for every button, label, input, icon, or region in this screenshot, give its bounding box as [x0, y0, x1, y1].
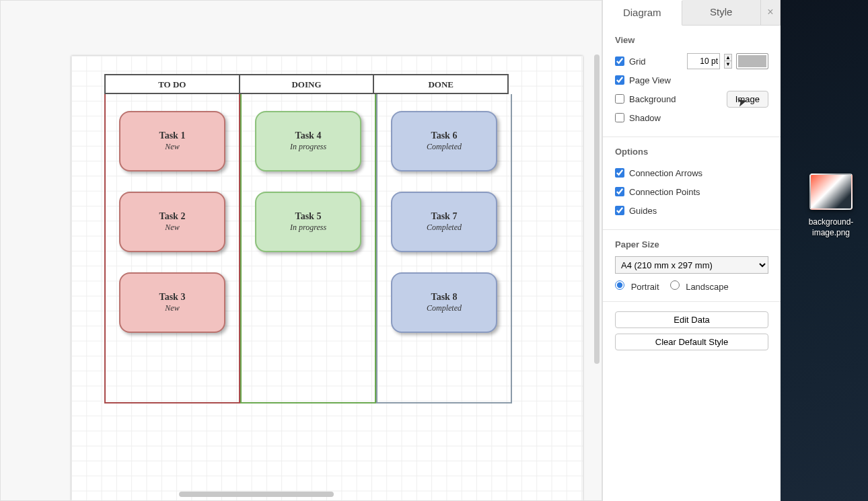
- guides-checkbox-label[interactable]: Guides: [615, 206, 657, 216]
- panel-action-buttons: Edit Data Clear Default Style: [603, 302, 781, 360]
- grid-checkbox-label[interactable]: Grid: [615, 56, 646, 67]
- vertical-scrollbar[interactable]: [592, 1, 602, 500]
- grid-label: Grid: [629, 56, 646, 67]
- kanban-card[interactable]: Task 2New: [119, 192, 225, 252]
- desktop-file-icon[interactable]: background- image.png: [804, 174, 858, 238]
- portrait-radio-label[interactable]: Portrait: [615, 280, 659, 292]
- tab-close-button[interactable]: ×: [761, 0, 781, 25]
- card-title: Task 6: [431, 130, 458, 141]
- horizontal-scrollbar[interactable]: [1, 490, 602, 499]
- shadow-label: Shadow: [629, 113, 661, 123]
- kanban-card[interactable]: Task 4In progress: [255, 111, 361, 171]
- background-checkbox[interactable]: [615, 94, 624, 104]
- background-label: Background: [629, 94, 676, 104]
- grid-size-input[interactable]: [687, 53, 720, 69]
- kanban-card[interactable]: Task 7Completed: [391, 192, 497, 252]
- card-title: Task 1: [159, 130, 186, 141]
- kanban-column-header[interactable]: DOING: [239, 75, 373, 93]
- page-view-label: Page View: [629, 75, 671, 85]
- guides-checkbox[interactable]: [615, 206, 624, 215]
- shadow-checkbox[interactable]: [615, 113, 624, 122]
- card-status: Completed: [427, 223, 462, 233]
- tab-diagram[interactable]: Diagram: [603, 1, 682, 26]
- kanban-card[interactable]: Task 8Completed: [391, 272, 497, 333]
- file-name-line2: image.png: [804, 227, 858, 238]
- view-section: View Grid ▲ ▼ Page View: [603, 26, 781, 137]
- landscape-label: Landscape: [686, 282, 729, 292]
- background-image-button[interactable]: Image: [727, 91, 768, 108]
- card-status: Completed: [427, 303, 462, 313]
- tab-style[interactable]: Style: [682, 0, 762, 25]
- canvas-area[interactable]: TO DODOINGDONE Task 1NewTask 2NewTask 3N…: [0, 0, 602, 501]
- clear-default-style-button[interactable]: Clear Default Style: [615, 334, 768, 350]
- grid-size-spinner: ▲ ▼: [724, 54, 732, 69]
- kanban-card[interactable]: Task 3New: [119, 272, 225, 333]
- card-status: Completed: [427, 142, 462, 152]
- format-panel: Diagram Style × View Grid ▲ ▼ Page V: [602, 0, 781, 501]
- connection-arrows-label: Connection Arrows: [629, 168, 702, 178]
- page-view-checkbox[interactable]: [615, 75, 624, 85]
- kanban-column-header[interactable]: DONE: [373, 75, 507, 93]
- connection-arrows-checkbox[interactable]: [615, 168, 624, 178]
- kanban-column[interactable]: Task 4In progressTask 5In progress: [240, 94, 376, 403]
- kanban-column[interactable]: Task 6CompletedTask 7CompletedTask 8Comp…: [376, 94, 512, 403]
- kanban-card[interactable]: Task 6Completed: [391, 111, 497, 171]
- vertical-scroll-thumb[interactable]: [594, 54, 600, 364]
- file-thumbnail-icon: [809, 174, 853, 210]
- landscape-radio[interactable]: [670, 280, 680, 290]
- connection-points-checkbox[interactable]: [615, 187, 624, 196]
- view-title: View: [615, 35, 768, 45]
- edit-data-button[interactable]: Edit Data: [615, 311, 768, 328]
- card-title: Task 3: [159, 292, 186, 303]
- card-status: In progress: [290, 223, 326, 233]
- card-title: Task 7: [431, 211, 458, 222]
- card-title: Task 4: [295, 130, 322, 141]
- card-status: New: [165, 223, 179, 233]
- kanban-card[interactable]: Task 5In progress: [255, 192, 361, 252]
- card-status: In progress: [290, 142, 326, 152]
- grid-size-up[interactable]: ▲: [724, 54, 732, 61]
- card-title: Task 5: [295, 211, 322, 222]
- guides-label: Guides: [629, 206, 657, 216]
- paper-size-title: Paper Size: [615, 239, 768, 249]
- orientation-row: Portrait Landscape: [615, 280, 768, 292]
- file-name-line1: background-: [804, 217, 858, 227]
- panel-tabs: Diagram Style ×: [603, 0, 781, 26]
- kanban-column-header[interactable]: TO DO: [106, 75, 239, 93]
- desktop-background[interactable]: background- image.png: [781, 0, 868, 501]
- page[interactable]: TO DODOINGDONE Task 1NewTask 2NewTask 3N…: [71, 56, 583, 501]
- kanban-board[interactable]: TO DODOINGDONE Task 1NewTask 2NewTask 3N…: [104, 74, 509, 403]
- card-title: Task 2: [159, 211, 186, 222]
- shadow-checkbox-label[interactable]: Shadow: [615, 113, 661, 123]
- kanban-columns: Task 1NewTask 2NewTask 3NewTask 4In prog…: [104, 94, 509, 403]
- connection-points-label: Connection Points: [629, 187, 700, 197]
- grid-size-down[interactable]: ▼: [724, 61, 732, 69]
- paper-size-section: Paper Size A4 (210 mm x 297 mm) Portrait…: [603, 230, 781, 302]
- options-section: Options Connection Arrows Connection Poi…: [603, 137, 781, 230]
- connection-arrows-checkbox-label[interactable]: Connection Arrows: [615, 168, 702, 178]
- page-view-checkbox-label[interactable]: Page View: [615, 75, 671, 85]
- landscape-radio-label[interactable]: Landscape: [670, 280, 729, 292]
- portrait-radio[interactable]: [615, 280, 624, 290]
- horizontal-scroll-thumb[interactable]: [179, 492, 334, 497]
- grid-checkbox[interactable]: [615, 56, 624, 66]
- kanban-column[interactable]: Task 1NewTask 2NewTask 3New: [104, 94, 240, 403]
- card-status: New: [165, 142, 179, 152]
- kanban-header: TO DODOINGDONE: [104, 74, 509, 94]
- kanban-card[interactable]: Task 1New: [119, 111, 225, 171]
- card-status: New: [165, 303, 179, 313]
- paper-size-dropdown[interactable]: A4 (210 mm x 297 mm): [615, 256, 768, 274]
- connection-points-checkbox-label[interactable]: Connection Points: [615, 187, 700, 197]
- card-title: Task 8: [431, 292, 458, 303]
- grid-color-swatch[interactable]: [736, 53, 768, 69]
- options-title: Options: [615, 147, 768, 157]
- portrait-label: Portrait: [631, 282, 659, 292]
